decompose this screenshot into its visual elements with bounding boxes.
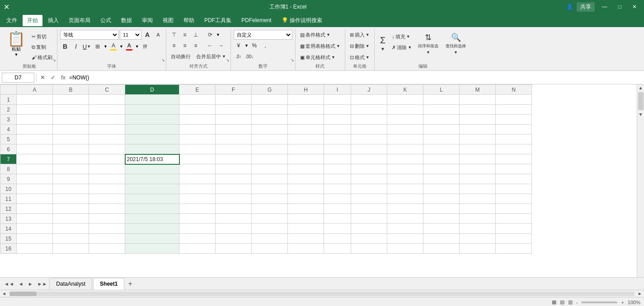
text-angle-button[interactable]: ⟳ [205,30,215,40]
cell-M14[interactable] [460,224,496,234]
cell-K16[interactable] [387,244,423,254]
scroll-thumb[interactable] [638,92,644,110]
view-page-layout-button[interactable]: ▤ [560,299,564,305]
cell-M6[interactable] [460,144,496,154]
cell-M8[interactable] [460,164,496,174]
cell-E12[interactable] [179,204,216,214]
cancel-formula-button[interactable]: ✕ [38,74,47,81]
sum-button[interactable]: Σ ▼ [377,30,388,57]
underline-button[interactable]: U▼ [82,42,92,51]
row-header-8[interactable]: 8 [0,164,17,174]
bold-button[interactable]: B [60,42,70,51]
cell-D12[interactable] [125,204,179,214]
cell-I16[interactable] [324,244,351,254]
currency-button[interactable]: ¥ [234,41,244,51]
cell-A7[interactable] [17,154,53,164]
cell-C8[interactable] [89,164,125,174]
decrease-indent-button[interactable]: ← [205,41,215,51]
cell-H12[interactable] [288,204,324,214]
cell-A14[interactable] [17,224,53,234]
h-scroll-right[interactable]: ► [636,291,644,297]
font-size-select[interactable]: 11 [120,30,141,40]
cell-M2[interactable] [460,105,496,115]
cell-H9[interactable] [288,174,324,184]
col-header-J[interactable]: J [351,85,387,95]
cell-C1[interactable] [89,95,125,105]
cell-I4[interactable] [324,125,351,134]
close-button[interactable]: ✕ [629,4,640,10]
cell-L7[interactable] [423,154,460,164]
cell-L12[interactable] [423,204,460,214]
cell-N2[interactable] [496,105,532,115]
row-header-6[interactable]: 6 [0,144,17,154]
cell-C5[interactable] [89,134,125,144]
comma-button[interactable]: , [260,41,270,51]
cell-E8[interactable] [179,164,216,174]
cell-N5[interactable] [496,134,532,144]
cell-N14[interactable] [496,224,532,234]
row-header-5[interactable]: 5 [0,134,17,144]
row-header-1[interactable]: 1 [0,95,17,105]
font-expand-icon[interactable]: ↘ [161,58,165,62]
cell-C9[interactable] [89,174,125,184]
cell-C13[interactable] [89,214,125,224]
cell-F5[interactable] [216,134,252,144]
cell-L6[interactable] [423,144,460,154]
cell-L4[interactable] [423,125,460,134]
shrink-font-button[interactable]: A [153,30,163,40]
cell-A4[interactable] [17,125,53,134]
cell-J15[interactable] [351,234,387,244]
cell-H16[interactable] [288,244,324,254]
cell-L1[interactable] [423,95,460,105]
sheet-nav-left[interactable]: ◄◄ [2,280,16,287]
cell-L5[interactable] [423,134,460,144]
cell-C16[interactable] [89,244,125,254]
cell-I15[interactable] [324,234,351,244]
grow-font-button[interactable]: A [142,30,152,40]
zoom-decrease-button[interactable]: - [576,300,578,305]
col-header-H[interactable]: H [288,85,324,95]
center-align-button[interactable]: ≡ [180,41,190,51]
maximize-button[interactable]: □ [615,4,625,10]
cell-K5[interactable] [387,134,423,144]
cell-A11[interactable] [17,194,53,204]
sheet-tab-dataanalyst[interactable]: DataAnalyst [49,278,92,290]
cell-N11[interactable] [496,194,532,204]
scroll-down-button[interactable]: ▼ [638,111,644,118]
view-normal-button[interactable]: ▦ [552,299,556,305]
cell-N10[interactable] [496,184,532,194]
cell-H13[interactable] [288,214,324,224]
cell-L11[interactable] [423,194,460,204]
cell-G4[interactable] [252,125,288,134]
cell-N4[interactable] [496,125,532,134]
cell-C3[interactable] [89,115,125,125]
cell-J3[interactable] [351,115,387,125]
cell-H10[interactable] [288,184,324,194]
cell-B13[interactable] [53,214,89,224]
col-header-E[interactable]: E [179,85,216,95]
cell-G1[interactable] [252,95,288,105]
middle-align-button[interactable]: ≡ [180,30,190,40]
row-header-16[interactable]: 16 [0,244,17,254]
vertical-scrollbar[interactable]: ▲ ▼ [637,84,644,277]
cell-H6[interactable] [288,144,324,154]
right-align-button[interactable]: ≡ [191,41,201,51]
cell-E2[interactable] [179,105,216,115]
cell-E7[interactable] [179,154,216,164]
menu-item-formula[interactable]: 公式 [96,15,116,26]
cell-C14[interactable] [89,224,125,234]
cell-D6[interactable] [125,144,179,154]
cell-J7[interactable] [351,154,387,164]
number-expand-icon[interactable]: ↘ [291,58,294,62]
cell-J6[interactable] [351,144,387,154]
cell-L13[interactable] [423,214,460,224]
cell-D13[interactable] [125,214,179,224]
cell-N13[interactable] [496,214,532,224]
clipboard-expand-icon[interactable]: ↘ [52,58,56,62]
cell-B15[interactable] [53,234,89,244]
cell-B1[interactable] [53,95,89,105]
cell-L2[interactable] [423,105,460,115]
font-color-button[interactable]: A [124,42,134,51]
cell-D3[interactable] [125,115,179,125]
cell-B9[interactable] [53,174,89,184]
